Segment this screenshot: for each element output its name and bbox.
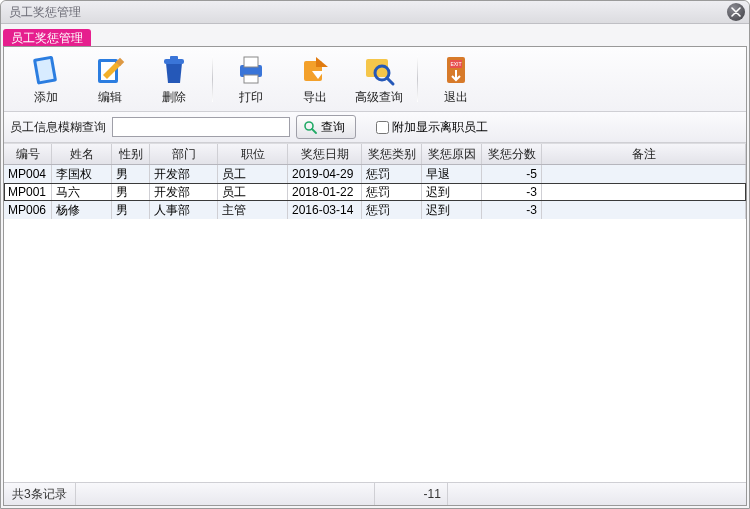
query-button-label: 查询	[321, 119, 345, 136]
app-window: 员工奖惩管理 员工奖惩管理 添加 编辑 删除 打印	[0, 0, 750, 509]
col-note[interactable]: 备注	[542, 144, 746, 164]
add-button[interactable]: 添加	[14, 53, 78, 106]
edit-label: 编辑	[98, 89, 122, 106]
exit-icon: EXIT	[439, 53, 473, 87]
svg-rect-6	[170, 56, 178, 60]
search-icon	[303, 120, 317, 134]
col-name[interactable]: 姓名	[52, 144, 112, 164]
col-gender[interactable]: 性别	[112, 144, 150, 164]
show-resigned-label: 附加显示离职员工	[392, 119, 488, 136]
toolbar-separator-1	[212, 56, 213, 102]
col-dept[interactable]: 部门	[150, 144, 218, 164]
window-title: 员工奖惩管理	[5, 4, 727, 21]
print-label: 打印	[239, 89, 263, 106]
table-row[interactable]: MP004李国权男开发部员工2019-04-29惩罚早退-5	[4, 165, 746, 183]
filter-label: 员工信息模糊查询	[10, 119, 106, 136]
svg-rect-8	[244, 57, 258, 67]
export-icon	[298, 53, 332, 87]
adv-query-label: 高级查询	[355, 89, 403, 106]
grid-header: 编号 姓名 性别 部门 职位 奖惩日期 奖惩类别 奖惩原因 奖惩分数 备注	[4, 143, 746, 165]
titlebar: 员工奖惩管理	[1, 1, 749, 24]
add-label: 添加	[34, 89, 58, 106]
table-row[interactable]: MP006杨修男人事部主管2016-03-14惩罚迟到-3	[4, 201, 746, 219]
adv-query-icon	[362, 53, 396, 87]
status-count: 共3条记录	[4, 483, 76, 505]
filter-bar: 员工信息模糊查询 查询 附加显示离职员工	[4, 112, 746, 143]
status-score-sum: -11	[374, 483, 448, 505]
content-area: 添加 编辑 删除 打印 导出 高级查询	[3, 46, 747, 506]
col-pos[interactable]: 职位	[218, 144, 288, 164]
data-grid: 编号 姓名 性别 部门 职位 奖惩日期 奖惩类别 奖惩原因 奖惩分数 备注 MP…	[4, 143, 746, 482]
show-resigned-checkbox[interactable]: 附加显示离职员工	[376, 119, 488, 136]
add-icon	[29, 53, 63, 87]
print-button[interactable]: 打印	[219, 53, 283, 106]
close-icon[interactable]	[727, 3, 745, 21]
query-button[interactable]: 查询	[296, 115, 356, 139]
grid-body[interactable]: MP004李国权男开发部员工2019-04-29惩罚早退-5MP001马六男开发…	[4, 165, 746, 482]
delete-label: 删除	[162, 89, 186, 106]
svg-rect-9	[244, 75, 258, 83]
status-bar: 共3条记录 -11	[4, 482, 746, 505]
edit-icon	[93, 53, 127, 87]
edit-button[interactable]: 编辑	[78, 53, 142, 106]
col-score[interactable]: 奖惩分数	[482, 144, 542, 164]
filter-input[interactable]	[112, 117, 290, 137]
tab-rewards[interactable]: 员工奖惩管理	[3, 29, 91, 46]
adv-query-button[interactable]: 高级查询	[347, 53, 411, 106]
exit-button[interactable]: EXIT 退出	[424, 53, 488, 106]
delete-icon	[157, 53, 191, 87]
svg-text:EXIT: EXIT	[450, 61, 461, 67]
toolbar-separator-2	[417, 56, 418, 102]
table-row[interactable]: MP001马六男开发部员工2018-01-22惩罚迟到-3	[4, 183, 746, 201]
svg-line-18	[312, 129, 316, 133]
exit-label: 退出	[444, 89, 468, 106]
svg-line-13	[387, 78, 393, 84]
col-id[interactable]: 编号	[4, 144, 52, 164]
col-type[interactable]: 奖惩类别	[362, 144, 422, 164]
show-resigned-input[interactable]	[376, 121, 389, 134]
export-button[interactable]: 导出	[283, 53, 347, 106]
toolbar: 添加 编辑 删除 打印 导出 高级查询	[4, 47, 746, 112]
print-icon	[234, 53, 268, 87]
col-reason[interactable]: 奖惩原因	[422, 144, 482, 164]
tabbar: 员工奖惩管理	[1, 24, 749, 46]
delete-button[interactable]: 删除	[142, 53, 206, 106]
col-date[interactable]: 奖惩日期	[288, 144, 362, 164]
export-label: 导出	[303, 89, 327, 106]
